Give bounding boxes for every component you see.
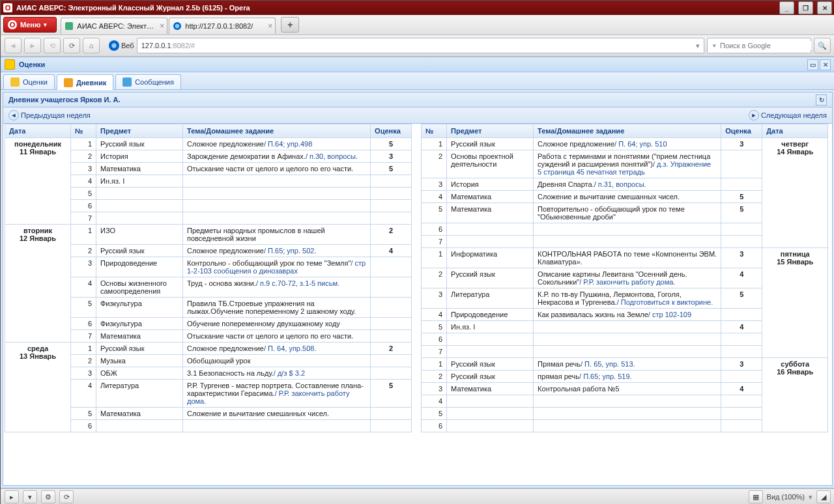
minimize-button[interactable]: _ xyxy=(779,1,794,14)
th-num: № xyxy=(71,124,96,138)
search-input[interactable] xyxy=(719,41,811,50)
rewind-button[interactable]: ⟲ xyxy=(44,38,61,53)
homework-link[interactable]: / Р.Р. закончить работу дома. xyxy=(579,278,675,286)
grade-cell: 4 xyxy=(371,245,412,257)
status-misc-button[interactable]: ⚙ xyxy=(41,490,55,503)
resize-grip[interactable]: ◢ xyxy=(816,490,831,503)
lesson-num: 3 xyxy=(422,383,447,395)
grade-cell xyxy=(721,420,762,432)
back-button[interactable]: ◄ xyxy=(5,38,22,53)
search-box[interactable]: ▾ xyxy=(707,38,811,53)
lesson-num: 3 xyxy=(422,288,447,309)
subject-cell: Основы проектной деятельности xyxy=(447,150,534,178)
subject-cell: Природоведение xyxy=(96,257,183,277)
topic-cell: Работа с терминами и понятиями ("прием л… xyxy=(534,150,721,178)
status-config-button[interactable]: ▾ xyxy=(23,490,37,503)
lesson-num: 7 xyxy=(422,346,447,358)
homework-link[interactable]: / п.9 с.70-72, з.1-5 письм. xyxy=(256,279,339,287)
maximize-button[interactable]: ❐ xyxy=(798,1,813,14)
grade-cell: 3 xyxy=(721,358,762,371)
lesson-row: среда13 Январь1 Русский язык Сложное пре… xyxy=(5,343,412,355)
subject-cell xyxy=(96,200,183,212)
maximize-panel-button[interactable]: ▭ xyxy=(807,59,818,70)
reload-button[interactable]: ⟳ xyxy=(63,38,80,53)
tab-label: http://127.0.0.1:8082/ xyxy=(185,22,253,30)
browser-tab-strip: АИАС АВЕРС: Электрон...×http://127.0.0.1… xyxy=(61,16,277,34)
zoom-label: Вид (100%) xyxy=(767,493,805,501)
opera-icon: O xyxy=(3,3,12,12)
topic-cell: Правила ТБ.Строевые упражнения на лыжах.… xyxy=(183,298,371,318)
close-panel-button[interactable]: ✕ xyxy=(820,59,831,70)
topic-cell: Обучение попеременному двухшажному ходу xyxy=(183,318,371,330)
browser-tab[interactable]: http://127.0.0.1:8082/× xyxy=(169,18,276,34)
homework-link[interactable]: / П. 65, упр. 513. xyxy=(581,360,635,368)
app-tab-дневник[interactable]: Дневник xyxy=(57,74,113,90)
close-tab-icon[interactable]: × xyxy=(160,21,164,31)
lesson-num: 6 xyxy=(422,333,447,346)
homework-link[interactable]: / п.30, вопросы. xyxy=(306,152,358,160)
grade-cell xyxy=(371,355,412,367)
grade-cell xyxy=(721,150,762,178)
homework-link[interactable]: / Р.Р. закончить работу дома. xyxy=(187,389,350,405)
homework-link[interactable]: / д/з $ 3.2 xyxy=(274,369,305,377)
homework-link[interactable]: / П.64; упр.498 xyxy=(264,140,312,148)
view-mode-button[interactable]: ▦ xyxy=(749,490,763,503)
homework-link[interactable]: / стр 102-109 xyxy=(648,311,691,318)
home-button[interactable]: ⌂ xyxy=(83,38,100,53)
subject-cell: Русский язык xyxy=(447,138,534,150)
homework-link[interactable]: / п.31, вопросы. xyxy=(594,180,646,188)
lesson-num: 7 xyxy=(71,212,96,225)
subject-cell xyxy=(447,420,534,432)
lesson-row: вторник12 Январь1 ИЗО Предметы народных … xyxy=(5,225,412,245)
prev-week-link[interactable]: ◄Предыдущая неделя xyxy=(8,110,91,120)
app-tab-сообщения[interactable]: Сообщения xyxy=(115,74,181,89)
topic-cell: Отыскание части от целого и целого по ег… xyxy=(183,330,371,343)
lesson-num: 2 xyxy=(71,355,96,367)
panel-toggle-button[interactable]: ▸ xyxy=(5,490,19,503)
panel-header: Оценки ▭ ✕ xyxy=(1,57,834,72)
grades-icon xyxy=(5,59,15,70)
close-button[interactable]: ✕ xyxy=(817,1,832,14)
topic-cell: Сложное предложение/ П.65; упр. 502. xyxy=(183,245,371,257)
grade-cell: 3 xyxy=(721,248,762,268)
subject-cell: ИЗО xyxy=(96,225,183,245)
arrow-right-icon: ► xyxy=(749,110,759,120)
homework-link[interactable]: / П.65; упр. 502. xyxy=(264,247,317,255)
opera-menu-button[interactable]: O Меню xyxy=(3,17,57,33)
forward-button[interactable]: ► xyxy=(24,38,41,53)
homework-link[interactable]: / стр 1-2-103 сообщения о динозаврах xyxy=(187,259,366,275)
topic-cell xyxy=(183,188,371,200)
next-week-link[interactable]: ►Следующая неделя xyxy=(749,110,827,120)
topic-cell: Прямая речь/ П. 65, упр. 513. xyxy=(534,358,721,371)
grade-cell xyxy=(371,408,412,420)
subject-cell xyxy=(447,346,534,358)
th-date: Дата xyxy=(5,124,71,138)
lesson-row: понедельник11 Январь1 Русский язык Сложн… xyxy=(5,138,412,150)
homework-link[interactable]: / П. 64; упр. 510 xyxy=(614,140,667,148)
sync-button[interactable]: ⟳ xyxy=(59,490,74,503)
app-tab-оценки[interactable]: Оценки xyxy=(3,74,55,89)
lesson-row: 1 Русский язык Прямая речь/ П. 65, упр. … xyxy=(422,358,828,371)
search-button[interactable]: 🔍 xyxy=(814,38,831,53)
subject-cell: Русский язык xyxy=(447,268,534,288)
tab-icon xyxy=(64,78,73,87)
arrow-left-icon: ◄ xyxy=(8,110,19,120)
lesson-num: 2 xyxy=(422,268,447,288)
homework-link[interactable]: / П.65; упр. 519. xyxy=(579,372,632,380)
grade-cell: 3 xyxy=(371,150,412,163)
homework-link[interactable]: / Подготовиться к викторине. xyxy=(617,298,713,306)
grade-cell: 5 xyxy=(371,138,412,150)
grade-cell: 2 xyxy=(371,343,412,355)
close-tab-icon[interactable]: × xyxy=(268,21,272,31)
homework-link[interactable]: / д.з. Упражнение 5 страница 45 печатная… xyxy=(538,160,711,176)
browser-tab[interactable]: АИАС АВЕРС: Электрон...× xyxy=(61,18,167,34)
topic-cell: Сложение и вычитание смешанных чисел. xyxy=(183,408,371,420)
refresh-button[interactable]: ↻ xyxy=(816,94,827,105)
homework-link[interactable]: / П. 64, упр.508. xyxy=(264,344,317,352)
new-tab-button[interactable]: + xyxy=(281,17,299,33)
grade-cell xyxy=(371,367,412,380)
topic-cell xyxy=(534,236,721,248)
day-cell: понедельник11 Январь xyxy=(5,138,71,225)
address-input[interactable]: 127.0.0.1:8082/# ▾ xyxy=(137,38,704,53)
grade-cell: 5 xyxy=(371,163,412,175)
